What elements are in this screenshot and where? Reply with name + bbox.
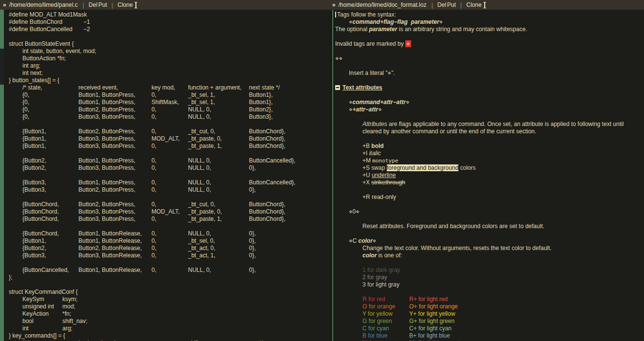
doc-line	[335, 48, 644, 55]
code-line: {Button1,Button3, ButtonPress,MOD_ALT,_b…	[9, 135, 329, 143]
text-segment: +S swap	[362, 164, 387, 171]
doc-line	[335, 113, 644, 121]
text-segment: underline	[372, 172, 396, 179]
text-segment: _bt_act, 0,	[188, 245, 215, 251]
text-segment: 2 for gray	[362, 274, 387, 281]
code-line: ButtonAction *fn;	[9, 55, 329, 62]
collapse-toggle-icon[interactable]	[335, 85, 340, 90]
text-segment: int state, button, event, mod;	[22, 48, 96, 54]
text-segment: ⋄	[378, 106, 382, 113]
text-segment: received event,	[78, 84, 118, 91]
scrollbar-left[interactable]	[0, 10, 4, 341]
tag-command-put[interactable]: Put	[447, 1, 456, 8]
doc-line: ⋄0⋄	[335, 208, 644, 215]
doc-line: Y for yellowY+ for light yellow	[335, 310, 644, 318]
code-line: {ButtonChord,Button1, ButtonRelease,0,NU…	[9, 230, 329, 237]
text-segment: Button1},	[249, 91, 273, 98]
doc-content[interactable]: Tags follow the syntax:⋄command+flag−fla…	[335, 11, 644, 341]
text-segment: G+ for light green	[409, 318, 455, 324]
text-segment: 0,	[152, 164, 156, 171]
doc-line: Attributes are flags applicable to any c…	[335, 121, 644, 128]
file-path: /home/demo/limed/panel.c	[9, 1, 79, 8]
text-segment: {Button3,	[22, 186, 46, 193]
code-line	[9, 259, 329, 267]
text-segment: {Button3,	[22, 252, 46, 259]
text-segment: _bt_paste, 0,	[188, 135, 222, 142]
text-segment: +X	[362, 179, 371, 186]
text-segment: NULL, 0,	[188, 179, 211, 186]
text-segment: } key_commands[] = {	[9, 332, 65, 339]
tag-text-cursor	[484, 2, 485, 8]
text-segment: C+ for light cyan	[409, 325, 452, 332]
text-segment: NULL, 0,	[188, 106, 211, 113]
tag-separator: |	[78, 1, 88, 9]
code-line	[9, 281, 329, 288]
tag-command-del[interactable]: Del	[88, 1, 98, 8]
code-line: int next;	[9, 70, 329, 77]
text-segment: Button2, ButtonPress,	[78, 106, 135, 113]
doc-line	[335, 62, 644, 70]
text-segment: monotype	[372, 158, 398, 164]
text-segment: Text attributes	[342, 84, 382, 91]
doc-line	[335, 33, 644, 40]
text-segment: strikethrough	[371, 179, 405, 186]
scrollbar-thumb[interactable]	[0, 49, 4, 85]
doc-line	[335, 259, 644, 267]
editor-pane-right[interactable]: Tags follow the syntax:⋄command+flag−fla…	[329, 10, 644, 341]
text-segment: Button1, ButtonRelease,	[78, 237, 142, 244]
text-segment: Y for yellow	[362, 310, 393, 317]
text-segment: 0},	[249, 164, 256, 171]
tagbar-right[interactable]: »/home/demo/limed/doc_format.loz|Del Put…	[329, 0, 644, 10]
text-segment: #define ButtonChord	[9, 18, 62, 25]
text-segment: MOD_ALT,	[152, 135, 180, 142]
tagbar-left[interactable]: »/home/demo/limed/panel.c|Del Put|Clone	[0, 0, 329, 10]
text-segment: Button3, ButtonPress,	[78, 135, 135, 142]
text-segment: 0},	[249, 252, 256, 259]
code-line: #define ButtonChord−1	[9, 18, 329, 26]
text-segment: KeySym	[22, 296, 44, 303]
text-segment: {0,	[22, 106, 29, 113]
doc-line: color is one of:	[335, 252, 644, 259]
text-segment: ⋄	[349, 18, 353, 25]
text-segment: } button_states[] = {	[9, 77, 59, 84]
doc-line: cleared by another command or until the …	[335, 128, 644, 135]
doc-line: Insert a literal "⋄".	[335, 70, 644, 77]
tag-command-clone[interactable]: Clone	[466, 1, 482, 8]
tag-command-clone[interactable]: Clone	[117, 1, 133, 8]
text-segment: −2	[83, 26, 90, 33]
doc-line	[335, 186, 644, 194]
tag-command-put[interactable]: Put	[98, 1, 108, 8]
text-segment: ⋄	[406, 99, 410, 106]
text-segment: _bt_act, 1,	[188, 252, 215, 259]
text-segment: unsigned int	[22, 303, 54, 310]
text-segment: colors	[458, 164, 475, 171]
doc-line: C for cyanC+ for light cyan	[335, 325, 644, 332]
text-segment: Y+ for light yellow	[409, 310, 455, 317]
text-segment: −1	[83, 18, 90, 25]
doc-line	[335, 77, 644, 84]
text-segment: int arg;	[22, 62, 40, 69]
pane-menu-chevron-icon[interactable]: »	[329, 1, 339, 8]
text-segment: 0,	[152, 157, 156, 164]
text-segment: B+ for light blue	[409, 332, 450, 339]
text-segment: ⋄	[349, 106, 353, 113]
text-segment: 0,	[152, 267, 156, 273]
doc-line	[335, 91, 644, 99]
file-path: /home/demo/limed/doc_format.loz	[339, 1, 428, 8]
code-line: {0,Button2, ButtonPress,0,NULL, 0,Button…	[9, 106, 329, 113]
text-segment: Button1, ButtonPress,	[78, 91, 135, 98]
text-segment: ButtonCancelled},	[249, 179, 295, 186]
text-cursor	[335, 12, 336, 18]
editor-pane-left[interactable]: #define MOD_ALT Mod1Mask#define ButtonCh…	[0, 10, 329, 341]
tag-command-del[interactable]: Del	[437, 1, 447, 8]
pane-menu-chevron-icon[interactable]: »	[0, 1, 9, 8]
doc-line: 2 for gray	[335, 274, 644, 281]
text-segment: ButtonCancelled},	[249, 157, 295, 164]
text-segment: bold	[371, 143, 383, 149]
scrollbar-right[interactable]	[332, 10, 333, 341]
text-segment: R+ for light red	[409, 296, 448, 303]
code-content[interactable]: #define MOD_ALT Mod1Mask#define ButtonCh…	[9, 11, 329, 341]
text-segment: int	[22, 325, 29, 332]
text-segment: ButtonChord},	[249, 215, 285, 222]
text-segment: +U	[362, 172, 372, 179]
